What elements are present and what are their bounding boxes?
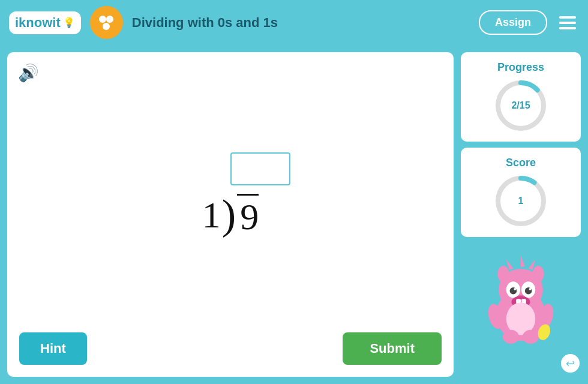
svg-point-25	[523, 330, 539, 344]
svg-point-24	[503, 330, 519, 344]
question-panel: 🔊 1 ) 9 Hint Submit	[7, 52, 454, 377]
header: iknowit 💡 Dividing with 0s and 1s Assign	[0, 0, 588, 45]
main-area: 🔊 1 ) 9 Hint Submit	[0, 45, 588, 384]
score-label: Score	[506, 157, 536, 169]
svg-marker-28	[521, 256, 525, 267]
progress-card: Progress 2/15	[461, 52, 581, 142]
division-expression: 1 ) 9	[202, 194, 259, 238]
back-button[interactable]: ↩	[560, 353, 581, 374]
dividend-with-line: 9	[237, 194, 259, 238]
score-card: Score 1	[461, 148, 581, 237]
logo-bulb-icon: 💡	[63, 17, 75, 28]
back-arrow-icon: ↩	[566, 357, 575, 370]
divisor-value: 1	[202, 194, 221, 236]
svg-point-16	[529, 288, 532, 290]
submit-button[interactable]: Submit	[343, 332, 442, 365]
progress-value: 2/15	[511, 100, 530, 111]
lesson-icon	[90, 6, 123, 39]
right-panel: Progress 2/15 Score	[461, 52, 581, 377]
assign-button[interactable]: Assign	[479, 10, 547, 35]
svg-point-10	[532, 266, 544, 282]
sound-button[interactable]: 🔊	[18, 63, 39, 83]
menu-line-3	[559, 27, 576, 29]
logo: iknowit 💡	[9, 11, 81, 34]
svg-point-9	[497, 266, 509, 282]
answer-input-box[interactable]	[230, 152, 290, 185]
lesson-dots-icon	[95, 11, 118, 34]
mascot-icon	[482, 248, 560, 344]
svg-point-0	[99, 16, 106, 23]
svg-point-2	[103, 23, 110, 30]
svg-point-15	[514, 288, 516, 290]
score-value: 1	[518, 196, 524, 206]
bottom-buttons: Hint Submit	[19, 326, 442, 365]
logo-text: iknowit	[15, 15, 61, 31]
menu-line-2	[559, 22, 576, 24]
math-display: 1 ) 9	[19, 64, 442, 326]
score-circle: 1	[494, 174, 548, 228]
mascot-area	[482, 243, 560, 347]
division-problem-container: 1 ) 9	[170, 152, 290, 238]
progress-label: Progress	[497, 61, 544, 74]
dividend-value: 9	[237, 196, 259, 238]
lesson-title: Dividing with 0s and 1s	[132, 15, 470, 31]
menu-button[interactable]	[556, 13, 579, 32]
menu-line-1	[559, 16, 576, 19]
progress-circle: 2/15	[494, 79, 548, 133]
svg-point-1	[106, 16, 113, 23]
hint-button[interactable]: Hint	[19, 332, 87, 365]
division-paren-icon: )	[222, 194, 237, 236]
